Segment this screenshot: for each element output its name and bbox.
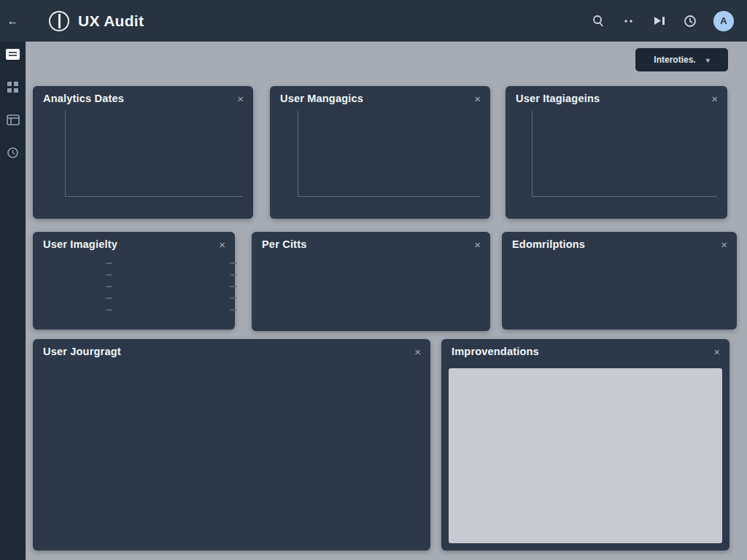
filter-dropdown[interactable]: Interoties. ▾ [635, 48, 728, 71]
screen: ← UX Audit A [0, 0, 747, 560]
mini-axis-left [106, 262, 112, 311]
panel-title: Improvendations [452, 346, 539, 357]
search-icon[interactable] [591, 14, 605, 28]
sidebar-item-browser[interactable] [6, 113, 20, 127]
navbar-actions: A [591, 11, 747, 31]
back-icon[interactable]: ← [0, 15, 26, 28]
panel-analytics-dates: Analytics Dates × [33, 86, 253, 219]
improvendations-list [449, 368, 722, 543]
sidebar-item-grid[interactable] [6, 80, 20, 94]
close-icon[interactable]: × [719, 238, 729, 251]
donut-chart [47, 260, 103, 315]
sidebar-item-tasks[interactable] [6, 47, 20, 61]
panel-title: Per Citts [262, 238, 306, 250]
mini-bar-chart [116, 264, 227, 319]
y-axis-ticks [510, 108, 527, 195]
panel-title: User Mangagics [280, 93, 363, 104]
panel-user-itagiageins: User Itagiageins × [506, 86, 727, 219]
area-chart [532, 111, 717, 197]
panel-title: User Imagielty [43, 238, 117, 250]
stacked-area-chart [298, 111, 480, 197]
mini-axis-right [230, 262, 236, 311]
sidebar-item-history[interactable] [6, 146, 20, 160]
close-icon[interactable]: × [472, 238, 483, 251]
top-navbar: ← UX Audit A [0, 0, 747, 42]
y-axis-ticks [274, 108, 293, 195]
video-icon[interactable] [652, 14, 667, 28]
filter-dropdown-label: Interoties. [654, 55, 695, 65]
panel-user-mangagics: User Mangagics × [270, 86, 490, 219]
ellipsis-icon[interactable] [622, 14, 636, 28]
panel-title: Edomrilptions [512, 238, 585, 250]
avatar[interactable]: A [713, 11, 734, 31]
close-icon[interactable]: × [711, 346, 722, 358]
panel-title: User Itagiageins [516, 93, 600, 104]
chevron-down-icon: ▾ [706, 56, 710, 64]
panel-edomrilptions: Edomrilptions × [502, 232, 737, 330]
panel-improvendations: Improvendations × [441, 339, 729, 551]
y-axis-ticks [39, 108, 61, 197]
app-title: UX Audit [78, 12, 144, 30]
close-icon[interactable]: × [217, 238, 228, 251]
panel-title: Analytics Dates [43, 93, 124, 104]
close-icon[interactable]: × [709, 93, 720, 105]
panel-user-jourgragt: User Jourgragt × [33, 339, 430, 551]
close-icon[interactable]: × [235, 93, 246, 105]
flow-connectors [33, 339, 430, 551]
filter-row: Interoties. ▾ [33, 48, 728, 71]
close-icon[interactable]: × [472, 93, 483, 105]
bar-chart [65, 111, 243, 197]
history-icon[interactable] [683, 14, 697, 28]
panel-user-imagielty: User Imagielty × [33, 232, 235, 330]
app-logo-icon [49, 11, 69, 31]
sidebar [0, 42, 26, 560]
panel-per-citts: Per Citts × [252, 232, 490, 331]
